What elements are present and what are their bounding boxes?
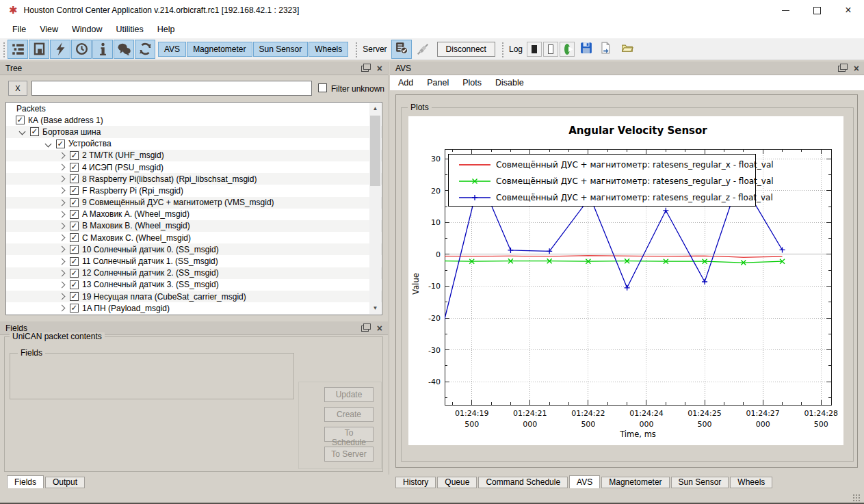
scroll-up-icon[interactable]: ▲: [369, 103, 381, 114]
log-export-button[interactable]: [598, 42, 613, 57]
to-schedule-button[interactable]: To Schedule: [324, 427, 374, 442]
chevron-right-icon[interactable]: [59, 246, 66, 253]
view-button-sun-sensor[interactable]: Sun Sensor: [253, 42, 309, 57]
filter-input[interactable]: [31, 81, 312, 96]
menu-view[interactable]: View: [33, 23, 65, 36]
tree-checkbox[interactable]: [70, 245, 79, 254]
log-save-button[interactable]: [579, 42, 594, 57]
chevron-right-icon[interactable]: [59, 235, 66, 241]
chevron-right-icon[interactable]: [59, 281, 66, 288]
scrollbar-thumb[interactable]: [370, 116, 380, 186]
menu-window[interactable]: Window: [65, 23, 109, 36]
filter-unknown-checkbox[interactable]: [318, 83, 327, 92]
float-panel-icon[interactable]: [361, 326, 369, 332]
tree-checkbox[interactable]: [70, 151, 79, 160]
chevron-right-icon[interactable]: [59, 211, 66, 217]
report-page-button[interactable]: [29, 40, 49, 59]
avs-menu-disable[interactable]: Disable: [488, 76, 531, 90]
panel-splitter[interactable]: [389, 62, 389, 475]
toolbar-grip[interactable]: [501, 41, 504, 57]
menu-help[interactable]: Help: [150, 23, 182, 36]
log-clear-button[interactable]: [543, 42, 558, 57]
to-server-button[interactable]: To Server: [324, 447, 374, 462]
chevron-right-icon[interactable]: [59, 199, 66, 206]
resize-grip[interactable]: [852, 494, 861, 502]
chevron-right-icon[interactable]: [59, 176, 66, 183]
tab-output[interactable]: Output: [45, 477, 85, 488]
tree-row[interactable]: 13 Солнечный датчик 3. (SS_msgid): [6, 279, 382, 291]
tree-checkbox[interactable]: [70, 186, 79, 195]
chevron-right-icon[interactable]: [59, 223, 66, 230]
maximize-button[interactable]: [801, 0, 833, 21]
tab-fields[interactable]: Fields: [7, 475, 44, 488]
menu-file[interactable]: File: [5, 23, 33, 36]
chevron-right-icon[interactable]: [59, 164, 66, 171]
avs-menu-plots[interactable]: Plots: [456, 76, 488, 90]
tree-row[interactable]: B Маховик B. (Wheel_msgid): [6, 220, 382, 232]
update-button[interactable]: Update: [324, 387, 374, 402]
chat-button[interactable]: [114, 40, 134, 59]
minimize-button[interactable]: [770, 0, 801, 21]
chevron-right-icon[interactable]: [59, 305, 66, 312]
tab-queue[interactable]: Queue: [437, 477, 477, 488]
tree-checkbox[interactable]: [70, 222, 79, 230]
float-panel-icon[interactable]: [361, 66, 369, 72]
tab-sun-sensor[interactable]: Sun Sensor: [671, 477, 729, 488]
close-panel-icon[interactable]: ×: [377, 64, 382, 73]
tree-row[interactable]: 12 Солнечный датчик 2. (SS_msgid): [6, 267, 382, 279]
tree-checkbox[interactable]: [56, 140, 65, 148]
packet-tree-button[interactable]: [8, 40, 28, 59]
tree-row[interactable]: 4 ИСЭП (PSU_msgid): [6, 161, 382, 173]
avs-menu-add[interactable]: Add: [391, 76, 420, 90]
chevron-right-icon[interactable]: [59, 187, 66, 194]
chevron-right-icon[interactable]: [59, 269, 66, 276]
tree-row[interactable]: 11 Солнечный датчик 1. (SS_msgid): [6, 255, 382, 267]
chevron-down-icon[interactable]: [19, 129, 26, 135]
server-button[interactable]: [391, 40, 412, 59]
tree-row[interactable]: Устройства: [6, 138, 382, 150]
tree-checkbox[interactable]: [70, 257, 79, 266]
avs-menu-panel[interactable]: Panel: [420, 76, 456, 90]
view-button-wheels[interactable]: Wheels: [309, 42, 348, 57]
tree-row[interactable]: Бортовая шина: [6, 126, 382, 137]
create-button[interactable]: Create: [324, 407, 374, 422]
info-button[interactable]: [92, 40, 113, 59]
sync-button[interactable]: [135, 40, 155, 59]
tree-row[interactable]: 8 Raspberry Pi(libschsat) (Rpi_libschsat…: [6, 173, 382, 185]
log-run-button[interactable]: [560, 42, 575, 57]
chevron-right-icon[interactable]: [59, 152, 66, 159]
tab-command-schedule[interactable]: Command Schedule: [478, 477, 568, 488]
tree-row[interactable]: 10 Солнечный датчик 0. (SS_msgid): [6, 243, 382, 255]
tree-checkbox[interactable]: [16, 116, 25, 124]
tree-scrollbar[interactable]: ▲ ▼: [369, 103, 381, 314]
menu-utilities[interactable]: Utilities: [109, 23, 150, 36]
tree-row[interactable]: C Маховик C. (Wheel_msgid): [6, 232, 382, 243]
tab-history[interactable]: History: [395, 477, 436, 488]
tree-row[interactable]: F Raspberry Pi (Rpi_msgid): [6, 185, 382, 196]
chevron-right-icon[interactable]: [59, 293, 66, 300]
close-panel-icon[interactable]: ×: [854, 64, 859, 73]
view-button-avs[interactable]: AVS: [158, 42, 186, 57]
tab-magnetometer[interactable]: Magnetometer: [601, 477, 669, 488]
tab-wheels[interactable]: Wheels: [730, 477, 772, 488]
tree-row[interactable]: 19 Несущая плата (CubeSat_carrier_msgid): [6, 291, 382, 302]
toolbar-grip[interactable]: [2, 41, 5, 57]
filter-clear-button[interactable]: X: [8, 81, 27, 96]
toolbar-grip[interactable]: [354, 41, 358, 57]
tree-checkbox[interactable]: [70, 269, 79, 278]
tree-row[interactable]: 1A ПН (Payload_msgid): [6, 302, 382, 314]
tree-checkbox[interactable]: [30, 127, 39, 136]
tree-checkbox[interactable]: [70, 163, 79, 172]
tab-avs[interactable]: AVS: [569, 475, 600, 488]
scroll-down-icon[interactable]: ▼: [369, 303, 381, 314]
disconnect-button[interactable]: Disconnect: [437, 42, 495, 57]
clock-button[interactable]: [71, 40, 92, 59]
close-button[interactable]: ×: [833, 0, 864, 21]
tree-row[interactable]: A Маховик A. (Wheel_msgid): [6, 209, 382, 220]
tree-row[interactable]: 9 Совмещённый ДУС + магнитометр (VMS_msg…: [6, 197, 382, 209]
log-open-button[interactable]: [620, 42, 635, 57]
view-button-magnetometer[interactable]: Magnetometer: [187, 42, 252, 57]
chevron-down-icon[interactable]: [45, 140, 52, 147]
tree-row[interactable]: КА (Base address 1): [6, 114, 382, 126]
tree-checkbox[interactable]: [70, 304, 79, 313]
